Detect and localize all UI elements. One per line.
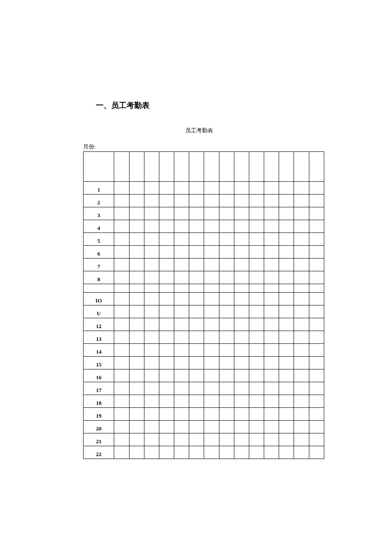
data-cell: [159, 395, 174, 408]
data-cell: [189, 259, 204, 271]
data-cell: [204, 259, 219, 271]
data-cell: [204, 220, 219, 233]
data-cell: [189, 433, 204, 446]
data-cell: [309, 344, 324, 357]
data-cell: [204, 195, 219, 207]
data-cell: [204, 305, 219, 318]
data-cell: [129, 284, 144, 293]
data-cell: [279, 259, 294, 271]
data-cell: [264, 220, 279, 233]
data-cell: [159, 331, 174, 344]
data-cell: [189, 344, 204, 357]
data-cell: [294, 293, 309, 305]
data-cell: [204, 344, 219, 357]
data-cell: [249, 195, 264, 207]
day-cell: [84, 284, 114, 293]
data-cell: [129, 331, 144, 344]
data-cell: [114, 446, 129, 459]
data-cell: [159, 369, 174, 382]
data-cell: [114, 246, 129, 259]
data-cell: [234, 182, 249, 195]
data-cell: [309, 293, 324, 305]
data-cell: [174, 421, 189, 433]
data-cell: [309, 195, 324, 207]
data-cell: [249, 220, 264, 233]
data-cell: [174, 293, 189, 305]
data-cell: [249, 293, 264, 305]
data-cell: [144, 195, 159, 207]
data-cell: [309, 305, 324, 318]
data-cell: [204, 152, 219, 182]
data-cell: [174, 369, 189, 382]
data-cell: [279, 344, 294, 357]
data-cell: [264, 305, 279, 318]
data-cell: [294, 357, 309, 369]
data-cell: [294, 421, 309, 433]
data-cell: [144, 271, 159, 284]
data-cell: [204, 369, 219, 382]
data-cell: [309, 421, 324, 433]
data-cell: [309, 271, 324, 284]
data-cell: [144, 433, 159, 446]
data-cell: [189, 408, 204, 421]
data-cell: [249, 421, 264, 433]
day-cell: 16: [84, 369, 114, 382]
data-cell: [264, 421, 279, 433]
data-cell: [279, 220, 294, 233]
data-cell: [294, 152, 309, 182]
data-cell: [114, 271, 129, 284]
data-cell: [189, 207, 204, 220]
data-cell: [159, 284, 174, 293]
data-cell: [294, 369, 309, 382]
data-cell: [249, 182, 264, 195]
data-cell: [264, 284, 279, 293]
data-cell: [114, 433, 129, 446]
data-cell: [294, 446, 309, 459]
data-cell: [144, 207, 159, 220]
data-cell: [234, 446, 249, 459]
day-cell: 13: [84, 331, 114, 344]
data-cell: [309, 369, 324, 382]
data-cell: [114, 318, 129, 331]
data-cell: [174, 259, 189, 271]
data-cell: [129, 207, 144, 220]
data-cell: [294, 271, 309, 284]
data-cell: [114, 408, 129, 421]
data-cell: [264, 357, 279, 369]
data-cell: [129, 271, 144, 284]
data-cell: [189, 395, 204, 408]
data-cell: [129, 152, 144, 182]
data-cell: [264, 207, 279, 220]
data-cell: [144, 344, 159, 357]
data-cell: [309, 182, 324, 195]
data-cell: [294, 305, 309, 318]
table-row: U: [84, 305, 324, 318]
data-cell: [114, 182, 129, 195]
data-cell: [309, 382, 324, 395]
data-cell: [144, 152, 159, 182]
day-cell: 1: [84, 182, 114, 195]
data-cell: [309, 408, 324, 421]
data-cell: [249, 382, 264, 395]
data-cell: [279, 433, 294, 446]
data-cell: [129, 233, 144, 246]
data-cell: [174, 246, 189, 259]
data-cell: [249, 357, 264, 369]
data-cell: [144, 446, 159, 459]
data-cell: [279, 233, 294, 246]
day-cell: 5: [84, 233, 114, 246]
data-cell: [189, 246, 204, 259]
day-cell: 17: [84, 382, 114, 395]
data-cell: [264, 246, 279, 259]
data-cell: [219, 369, 234, 382]
data-cell: [249, 408, 264, 421]
data-cell: [174, 195, 189, 207]
data-cell: [294, 344, 309, 357]
table-row: 13: [84, 331, 324, 344]
data-cell: [234, 271, 249, 284]
table-row: 7: [84, 259, 324, 271]
data-cell: [114, 421, 129, 433]
data-cell: [294, 331, 309, 344]
table-title: 员工考勤表: [83, 127, 315, 134]
data-cell: [129, 382, 144, 395]
